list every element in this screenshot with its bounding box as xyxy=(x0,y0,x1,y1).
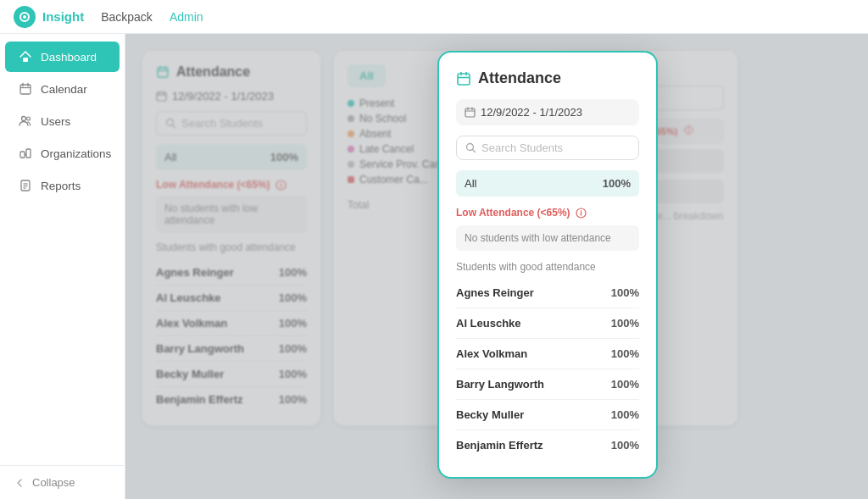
app-name: Insight xyxy=(42,9,84,24)
sidebar-spacer xyxy=(0,202,125,465)
sidebar-item-label: Organizations xyxy=(41,147,111,160)
users-icon xyxy=(19,114,32,128)
collapse-label: Collapse xyxy=(32,476,75,489)
logo-icon xyxy=(14,6,36,28)
sidebar-item-organizations[interactable]: Organizations xyxy=(5,138,120,169)
sidebar-item-dashboard[interactable]: Dashboard xyxy=(5,42,120,72)
home-icon xyxy=(19,50,32,64)
modal-overlay: Attendance 12/9/2022 - 1/1/2023 xyxy=(125,34,868,499)
modal-date-range: 12/9/2022 - 1/1/2023 xyxy=(456,99,639,125)
modal-title: Attendance xyxy=(456,69,639,87)
modal-table-row[interactable]: Alex Volkman 100% xyxy=(456,339,639,369)
svg-rect-10 xyxy=(26,149,31,158)
app-layout: Dashboard Calendar Users xyxy=(0,34,868,499)
modal-no-low-attendance: No students with low attendance xyxy=(456,225,639,251)
modal-table-row[interactable]: Becky Muller 100% xyxy=(456,400,639,430)
sidebar-item-label: Dashboard xyxy=(41,51,97,64)
sidebar-item-reports[interactable]: Reports xyxy=(5,170,120,201)
modal-good-attendance-label: Students with good attendance xyxy=(456,261,639,273)
svg-rect-3 xyxy=(20,85,31,94)
sidebar-collapse[interactable]: Collapse xyxy=(0,465,125,499)
calendar-small-icon xyxy=(465,107,476,118)
modal-table-row[interactable]: Al Leuschke 100% xyxy=(456,308,639,339)
nav-admin[interactable]: Admin xyxy=(170,10,203,24)
main-content: Attendance 12/9/2022 - 1/1/2023 xyxy=(125,34,868,499)
svg-point-50 xyxy=(580,210,581,211)
modal-all-row[interactable]: All 100% xyxy=(456,170,639,197)
sidebar: Dashboard Calendar Users xyxy=(0,34,125,499)
svg-point-7 xyxy=(22,117,26,121)
organizations-icon xyxy=(19,147,32,160)
top-nav: Insight Backpack Admin xyxy=(0,0,868,34)
chevron-left-icon xyxy=(14,477,25,489)
modal-search-box[interactable]: Search Students xyxy=(456,136,639,160)
svg-point-1 xyxy=(23,15,26,19)
modal-table-row[interactable]: Benjamin Effertz 100% xyxy=(456,430,639,460)
sidebar-item-users[interactable]: Users xyxy=(5,106,120,136)
sidebar-item-label: Reports xyxy=(41,180,81,192)
calendar-modal-icon xyxy=(456,71,471,86)
info-icon xyxy=(576,208,587,219)
reports-icon xyxy=(19,179,32,192)
calendar-icon xyxy=(19,82,32,96)
sidebar-item-calendar[interactable]: Calendar xyxy=(5,74,120,104)
attendance-modal: Attendance 12/9/2022 - 1/1/2023 xyxy=(437,51,658,479)
modal-low-attendance-label: Low Attendance (<65%) xyxy=(456,207,639,219)
sidebar-item-label: Users xyxy=(41,115,70,128)
app-logo[interactable]: Insight xyxy=(14,6,84,28)
svg-point-8 xyxy=(27,117,31,120)
modal-table-row[interactable]: Barry Langworth 100% xyxy=(456,369,639,400)
svg-rect-9 xyxy=(20,152,25,158)
search-icon xyxy=(465,142,476,153)
svg-line-47 xyxy=(473,150,476,152)
svg-rect-42 xyxy=(465,108,475,117)
nav-backpack[interactable]: Backpack xyxy=(101,10,153,24)
modal-table-row[interactable]: Agnes Reinger 100% xyxy=(456,278,639,308)
sidebar-item-label: Calendar xyxy=(41,83,87,96)
svg-rect-2 xyxy=(23,58,28,62)
svg-rect-38 xyxy=(458,74,470,85)
